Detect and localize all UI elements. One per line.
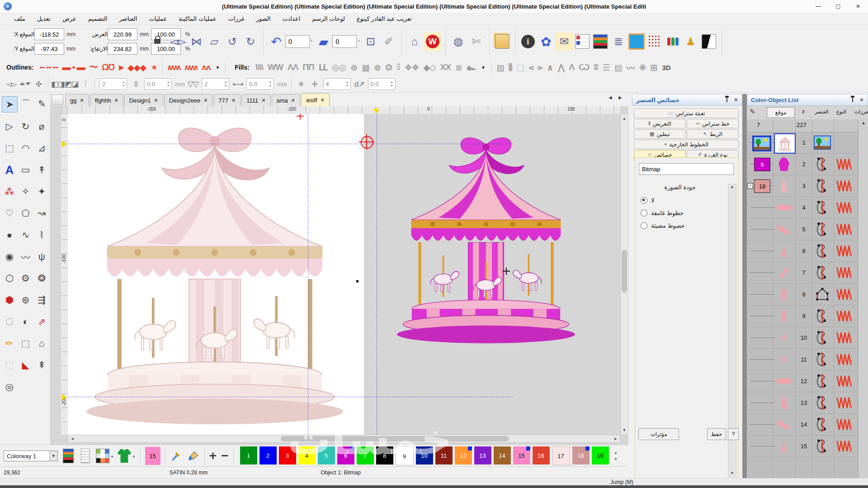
palette-color-4[interactable]: 4 <box>298 446 316 465</box>
dotted-grid-icon[interactable]: ⬚ <box>514 62 527 73</box>
pale-hexagon-tool[interactable]: ⬡ <box>2 314 17 329</box>
rotate-ccw-icon[interactable]: ↺ <box>223 33 241 51</box>
row-spacing-spinner-input[interactable] <box>145 80 165 88</box>
zigzag-border-icon[interactable]: ʌʌ <box>199 62 212 72</box>
colorway-select[interactable]: Colorway 1 ▼ <box>4 450 58 461</box>
skew-transform-icon[interactable]: ▱ <box>205 33 223 51</box>
watercolor-carousel-image[interactable] <box>75 117 355 433</box>
menu-item[interactable]: غرزات <box>222 14 250 23</box>
list-scrollbar[interactable]: ▲ <box>858 119 868 480</box>
count-spinner-arrows[interactable]: ▲▼ <box>344 80 350 88</box>
stitch-angle-tool[interactable]: ⌇ <box>34 227 49 243</box>
palette-color-12[interactable]: 12 <box>455 446 472 465</box>
flake-icon[interactable]: ❋ <box>637 62 648 73</box>
radio-icon[interactable] <box>641 197 647 204</box>
satin-border-icon[interactable]: ʍʍ <box>165 62 183 72</box>
palette-color-18[interactable]: 18 <box>572 446 590 465</box>
palette-color-1[interactable]: 1 <box>240 446 257 465</box>
mirror-vertical-icon[interactable]: ⋈ <box>187 33 205 51</box>
object-row-9[interactable]: 9 <box>747 305 858 327</box>
node-edit-tool[interactable]: ✧ <box>18 184 33 199</box>
outline-circle-tool[interactable]: ◎ <box>2 379 17 394</box>
column-fill-icon[interactable]: ԼԼ <box>316 62 330 73</box>
digitize-run-tool[interactable]: ✎ <box>34 96 49 112</box>
radio-option-خصوط مضيئة[interactable]: خصوط مضيئة <box>637 222 723 229</box>
info-icon[interactable]: i <box>519 33 537 51</box>
scroll-up-icon[interactable]: ▲ <box>621 114 628 122</box>
triangle-tool[interactable]: ◣ <box>18 357 33 373</box>
object-thumbnail[interactable] <box>774 242 794 260</box>
color-chip-18[interactable]: 18 <box>754 179 770 193</box>
palette-more-icon[interactable]: ▲ <box>110 454 114 458</box>
swatch-icon[interactable]: ▤ <box>612 62 624 73</box>
product-tshirt-icon[interactable] <box>118 449 131 463</box>
document-tab-ffghhh[interactable]: ffghhh✕ <box>90 94 123 106</box>
tab-close-icon[interactable]: ✕ <box>203 98 208 103</box>
palette-color-11[interactable]: 11 <box>435 446 453 465</box>
radio-icon[interactable] <box>641 210 647 216</box>
document-tab-Design1[interactable]: Design1✕ <box>124 94 163 106</box>
column-gap-spinner-input[interactable] <box>247 80 267 88</box>
rows-spinner-input[interactable] <box>100 80 120 88</box>
menu-item[interactable]: تعديل <box>31 14 57 23</box>
menu-item[interactable]: عمليات <box>143 14 173 23</box>
select-tool[interactable]: ➤ <box>2 96 18 113</box>
monitor-icon[interactable] <box>627 33 646 51</box>
object-type-field[interactable] <box>639 163 734 175</box>
object-type-icon[interactable] <box>814 243 831 259</box>
open-folders-icon[interactable] <box>493 33 511 51</box>
circle-fill-tool[interactable]: ● <box>2 227 17 243</box>
palette-color-5[interactable]: 5 <box>318 446 335 465</box>
panel-splitter[interactable] <box>742 94 747 480</box>
save-button[interactable]: حفظ <box>707 428 726 440</box>
design-list-icon[interactable]: ≣ <box>609 33 627 51</box>
pin-icon[interactable] <box>852 98 853 102</box>
eyedropper-icon[interactable] <box>169 449 183 463</box>
stitch-type-icon[interactable] <box>835 439 854 454</box>
feather-right-icon[interactable]: ⪧ <box>535 62 544 72</box>
array-tool[interactable]: ⇶ <box>34 292 49 308</box>
guide-line-vertical[interactable] <box>377 114 377 435</box>
palette-color-7[interactable]: 7 <box>357 446 374 465</box>
scroll-up-icon[interactable]: ▲ <box>728 184 736 192</box>
three-d-label[interactable]: 3D <box>662 64 670 71</box>
palette-color-2[interactable]: 2 <box>259 446 277 465</box>
jump-tool[interactable]: ⇞ <box>34 357 49 373</box>
object-row-14[interactable]: 14 <box>747 414 858 436</box>
ruler-marker-icon[interactable] <box>62 141 66 147</box>
gear-tool[interactable]: ⚙ <box>18 271 33 286</box>
weave-fill-icon[interactable]: ▦ <box>359 62 372 73</box>
offset-rows-icon[interactable]: ▽▽ <box>186 77 200 91</box>
pin-icon[interactable] <box>726 98 727 102</box>
object-row-12[interactable]: 12 <box>747 371 858 392</box>
palette-color-8[interactable]: 8 <box>376 446 393 465</box>
contour-fill-icon[interactable]: ΠΠ <box>300 62 316 72</box>
kaleidoscope-tool[interactable]: ❂ <box>34 271 49 286</box>
document-tab-Design2eee[interactable]: Design2eee✕ <box>164 94 213 106</box>
pen-knife-icon[interactable]: ✐ <box>380 33 398 51</box>
object-type-icon[interactable] <box>814 308 831 324</box>
wreath-tool[interactable]: ⌂ <box>34 336 49 351</box>
stitch-type-icon[interactable] <box>835 309 854 324</box>
horizontal-scroll-thumb[interactable] <box>281 436 509 441</box>
object-row-1[interactable]: 1 <box>747 132 858 154</box>
dotted-select-tool[interactable]: ⬚ <box>2 357 17 373</box>
object-thumbnail[interactable] <box>774 307 794 325</box>
object-type-icon[interactable] <box>814 221 831 238</box>
menu-item[interactable]: ملف <box>8 14 31 23</box>
pencil-tool[interactable]: ✏ <box>2 336 17 351</box>
columns-spinner[interactable]: ▲▼ <box>202 78 229 90</box>
palette-editor-icon[interactable] <box>96 449 109 463</box>
triple-run-icon[interactable]: ▬ ▪ ▬ <box>60 62 87 72</box>
raised-satin-icon[interactable]: ʍʍ <box>183 62 200 72</box>
palette-color-6[interactable]: 6 <box>337 446 354 465</box>
add-color-icon[interactable]: + <box>209 451 217 460</box>
lettering-tool[interactable]: A <box>2 162 17 178</box>
vertical-scrollbar[interactable]: ▲ ▼ <box>620 114 628 435</box>
arrow-shape-tool[interactable]: ↟ <box>34 162 49 178</box>
palette-color-19[interactable]: 19 <box>592 446 609 465</box>
thread-chart-icon[interactable] <box>591 33 609 51</box>
stitch-type-icon[interactable] <box>835 287 854 302</box>
distance-icon[interactable]: d↗ <box>353 77 366 91</box>
mirror-horizontal-icon[interactable]: ◅▻ <box>169 33 187 51</box>
